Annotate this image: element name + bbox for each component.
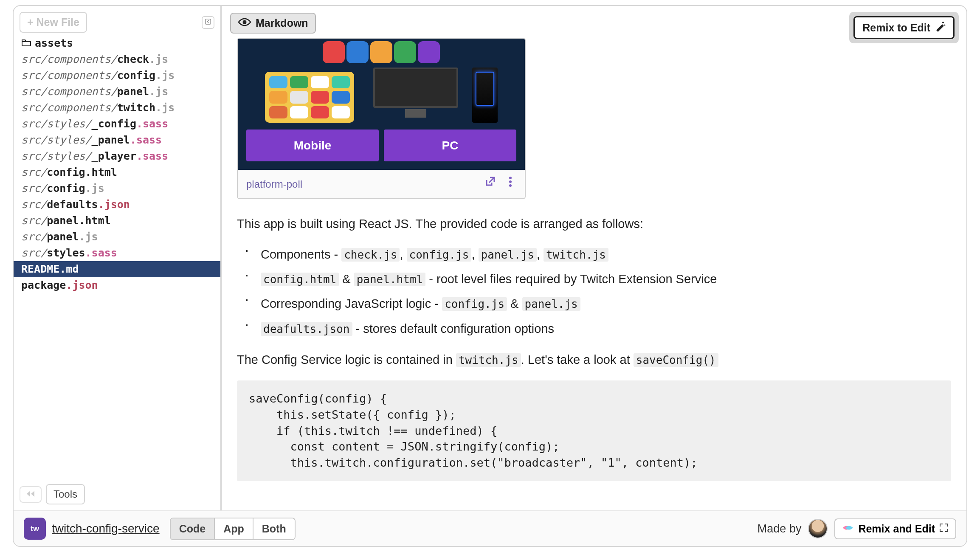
rewind-icon [25,493,36,499]
view-tab-code[interactable]: Code [171,518,215,539]
file-row[interactable]: src/config.js [14,180,220,197]
markdown-label: Markdown [256,17,308,29]
doc-paragraph: The Config Service logic is contained in… [237,350,951,369]
fish-icon [842,523,854,535]
view-tab-app[interactable]: App [215,518,253,539]
file-sidebar: + New File assets src/components/check.j… [14,6,222,510]
svg-point-4 [509,177,512,179]
twitch-badge-icon: tw [24,518,46,540]
devices-row [246,63,516,130]
file-path: src/styles/ [21,118,92,130]
footer-right: Made by Remix and Edit [758,518,956,539]
document-body[interactable]: Mobile PC platform-poll This app is buil… [222,38,966,510]
file-row[interactable]: src/components/check.js [14,51,220,68]
pc-tower-illustration [472,68,498,123]
file-row[interactable]: src/config.html [14,164,220,180]
file-ext: .sass [136,118,168,130]
file-ext: .html [85,166,117,178]
code-block: saveConfig(config) { this.setState({ con… [237,380,951,481]
file-ext: .json [66,279,98,291]
file-row[interactable]: src/components/twitch.js [14,100,220,116]
file-path: src/styles/ [21,150,92,162]
popout-icon[interactable] [484,176,496,192]
vote-mobile-button[interactable]: Mobile [246,130,379,161]
folder-name: assets [35,35,73,51]
doc-list: Components - check.js, config.js, panel.… [237,245,951,339]
sidebar-bottom: Tools [14,478,220,510]
footer-left: tw twitch-config-service CodeAppBoth [24,518,296,540]
file-name: package [21,279,66,291]
file-ext: .sass [85,247,117,259]
wand-icon [935,21,946,34]
code-inline: panel.html [354,273,426,286]
file-ext: .json [98,198,130,211]
file-row[interactable]: src/styles/_player.sass [14,148,220,164]
text: - root level files required by Twitch Ex… [425,272,717,286]
text: Corresponding JavaScript logic - [261,297,442,310]
rewind-button[interactable] [20,486,42,503]
view-toggle: CodeAppBoth [170,518,296,540]
folder-icon [21,35,31,51]
file-name: _player [92,150,136,162]
file-name: panel [47,214,79,227]
markdown-toggle-button[interactable]: Markdown [230,13,316,34]
code-inline: config.js [442,297,507,311]
file-row[interactable]: src/styles/_panel.sass [14,132,220,148]
file-name: config [117,69,155,82]
avatar[interactable] [808,519,828,538]
file-row[interactable]: src/styles/_config.sass [14,116,220,132]
app-icon [418,41,440,63]
file-row[interactable]: src/panel.html [14,213,220,229]
text: & [339,272,354,286]
file-name: styles [47,247,85,259]
file-row[interactable]: src/styles.sass [14,245,220,261]
file-row[interactable]: README.md [14,261,220,277]
vote-pc-button[interactable]: PC [384,130,516,161]
phone-illustration [265,72,354,123]
file-ext: .js [149,85,168,98]
content-pane: Markdown Remix to Edit [222,6,966,510]
file-list: assets src/components/check.jssrc/compon… [14,35,220,478]
file-row[interactable]: src/components/panel.js [14,84,220,100]
file-name: README [21,263,59,275]
list-item: deafults.json - stores default configura… [261,319,951,338]
file-row[interactable]: package.json [14,277,220,293]
file-name: twitch [117,101,155,114]
file-row[interactable]: src/components/config.js [14,68,220,84]
remix-and-edit-button[interactable]: Remix and Edit [834,518,956,539]
doc-paragraph: This app is built using React JS. The pr… [237,214,951,234]
sidebar-toolbar: + New File [14,6,220,35]
file-ext: .js [155,69,175,82]
file-ext: .js [155,101,175,114]
file-path: src/ [21,182,47,194]
list-item: Components - check.js, config.js, panel.… [261,245,951,264]
new-file-button[interactable]: + New File [20,12,87,33]
remix-to-edit-button[interactable]: Remix to Edit [853,16,955,39]
file-row[interactable]: src/defaults.json [14,197,220,213]
more-icon[interactable] [504,176,516,192]
made-by-label: Made by [758,522,802,535]
apps-strip [246,39,516,63]
file-path: src/ [21,214,47,227]
file-ext: .html [79,214,110,227]
file-name: config [47,166,85,178]
remix-wrap: Remix to Edit [849,12,959,43]
collapse-sidebar-button[interactable] [202,16,214,29]
file-ext: .js [79,231,98,243]
tools-button[interactable]: Tools [46,484,85,504]
remix-label: Remix to Edit [862,22,930,34]
file-name: check [117,53,149,65]
file-row[interactable]: src/panel.js [14,229,220,245]
svg-point-6 [509,184,512,187]
app-icon [323,41,345,63]
app-icon [346,41,369,63]
file-path: src/components/ [21,85,117,98]
project-link[interactable]: twitch-config-service [52,522,160,535]
file-path: src/ [21,198,47,211]
app-frame: + New File assets src/components/check.j… [13,5,967,547]
file-path: src/components/ [21,53,117,65]
content-header: Markdown Remix to Edit [222,6,966,38]
file-ext: .sass [130,134,162,146]
view-tab-both[interactable]: Both [253,518,295,539]
folder-assets[interactable]: assets [14,35,220,51]
